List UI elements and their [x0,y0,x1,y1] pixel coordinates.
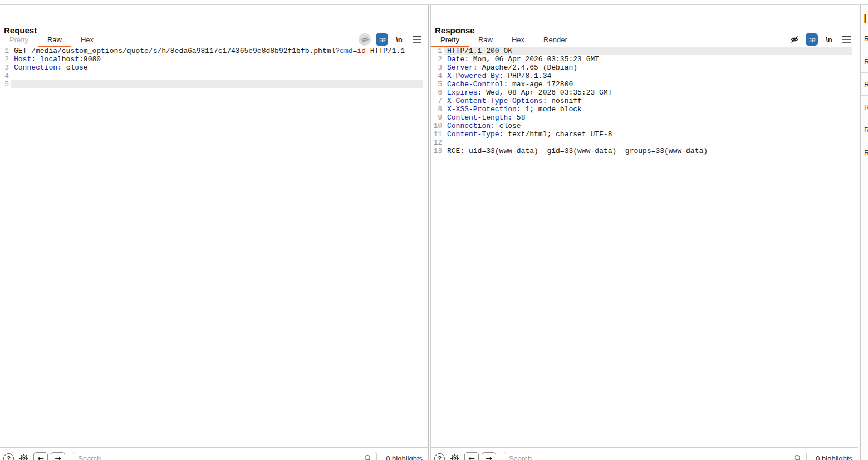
line-number: 3 [0,63,11,72]
tab-raw-request[interactable]: Raw [38,32,71,47]
line-content: X-Powered-By: PHP/8.1.34 [444,72,852,80]
inspector-icon [864,14,866,23]
response-search-box [504,452,807,460]
editor-menu-icon[interactable] [410,33,423,46]
line-content: Cache-Control: max-age=172800 [444,80,852,88]
editor-line[interactable]: 4 [0,72,423,80]
search-settings-gear-icon[interactable] [449,453,460,460]
newline-toggle-icon[interactable]: \n [393,33,405,46]
line-number: 4 [0,72,11,80]
line-number: 3 [431,63,444,72]
line-number: 7 [431,97,444,105]
editor-line[interactable]: 1HTTP/1.1 200 OK [431,47,852,55]
hide-highlights-icon[interactable] [788,33,801,46]
line-content: Connection: close [11,63,423,72]
editor-line[interactable]: 12 [431,139,852,147]
tab-raw-response[interactable]: Raw [469,32,502,47]
editor-line[interactable]: 7X-Content-Type-Options: nosniff [431,97,852,105]
request-panel: Request PrettyRawHex \n 1GET /media/cust… [0,5,429,460]
line-content: Expires: Wed, 08 Apr 2026 03:35:23 GMT [444,88,852,97]
editor-line[interactable]: 4X-Powered-By: PHP/8.1.34 [431,72,852,80]
inspector-header [861,5,868,27]
line-number: 8 [431,105,444,113]
editor-line[interactable]: 10Connection: close [431,122,852,130]
inspector-section-row-3[interactable]: R [861,96,868,118]
line-number: 1 [0,47,11,55]
response-editor[interactable]: 1HTTP/1.1 200 OK2Date: Mon, 06 Apr 2026 … [431,47,852,447]
line-number: 5 [0,80,11,88]
inspector-section-row-2[interactable]: R [861,73,868,96]
word-wrap-icon[interactable] [806,33,818,46]
request-editor-tools: \n [359,32,428,47]
search-help-icon[interactable]: ? [434,453,445,460]
line-content: HTTP/1.1 200 OK [444,47,852,55]
editor-menu-icon[interactable] [840,33,852,46]
editor-line[interactable]: 6Expires: Wed, 08 Apr 2026 03:35:23 GMT [431,88,852,97]
editor-line[interactable]: 13RCE: uid=33(www-data) gid=33(www-data)… [431,147,852,155]
editor-line[interactable]: 5 [0,80,423,88]
inspector-section-row-5[interactable]: R [861,141,868,164]
search-settings-gear-icon[interactable] [18,453,29,460]
request-tabbar: PrettyRawHex \n [0,32,428,47]
tab-hex-request[interactable]: Hex [71,32,103,47]
editor-line[interactable]: 3Server: Apache/2.4.65 (Debian) [431,63,852,72]
line-number: 2 [431,55,444,63]
line-content: Host: localhost:9080 [11,55,423,63]
search-prev-button[interactable]: ← [464,452,479,460]
editor-line[interactable]: 2Host: localhost:9080 [0,55,423,63]
line-content: X-XSS-Protection: 1; mode=block [444,105,852,113]
line-content: Content-Type: text/html; charset=UTF-8 [444,130,852,139]
tab-render-response[interactable]: Render [534,32,577,47]
editor-line[interactable]: 9Content-Length: 58 [431,113,852,122]
line-content: Date: Mon, 06 Apr 2026 03:35:23 GMT [444,55,852,63]
line-content: RCE: uid=33(www-data) gid=33(www-data) g… [444,147,852,155]
line-content: Content-Length: 58 [444,113,852,122]
editor-line[interactable]: 11Content-Type: text/html; charset=UTF-8 [431,130,852,139]
magnifier-icon [794,454,802,460]
request-search-box [73,452,377,460]
line-content: Connection: close [444,122,852,130]
line-number: 9 [431,113,444,122]
request-highlights-count: 0 highlights [386,454,423,460]
line-number: 13 [431,147,444,155]
line-number: 5 [431,80,444,88]
line-number: 1 [431,47,444,55]
response-footerbar: ? ← → 0 highlights [431,447,858,460]
request-editor[interactable]: 1GET /media/custom_options/quote/s/h/8ed… [0,47,423,447]
tab-pretty-response[interactable]: Pretty [431,32,469,47]
editor-line[interactable]: 3Connection: close [0,63,423,72]
editor-line[interactable]: 5Cache-Control: max-age=172800 [431,80,852,88]
inspector-section-row-1[interactable]: R [861,50,868,73]
request-search-input[interactable] [73,454,364,460]
line-number: 12 [431,139,444,147]
newline-toggle-icon[interactable]: \n [823,33,835,46]
line-content [11,80,423,88]
inspector-panel-clipped: RRRRRR [860,5,868,460]
response-search-input[interactable] [504,454,794,460]
response-highlights-count: 0 highlights [816,454,852,460]
editor-line[interactable]: 2Date: Mon, 06 Apr 2026 03:35:23 GMT [431,55,852,63]
search-prev-button[interactable]: ← [33,452,48,460]
response-panel: Response PrettyRawHexRender \n 1HTTP/1.1… [430,5,858,460]
editor-line[interactable]: 8X-XSS-Protection: 1; mode=block [431,105,852,113]
response-tabbar: PrettyRawHexRender \n [431,32,858,47]
search-next-button[interactable]: → [482,452,496,460]
request-footerbar: ? ← → 0 highlights [0,447,428,460]
tab-hex-response[interactable]: Hex [502,32,534,47]
search-next-button[interactable]: → [51,452,65,460]
line-number: 2 [0,55,11,63]
inspector-section-row-0[interactable]: R [861,27,868,50]
line-content [11,72,423,80]
line-number: 4 [431,72,444,80]
tab-pretty-request[interactable]: Pretty [0,32,38,47]
word-wrap-icon[interactable] [376,33,388,46]
hide-highlights-icon[interactable] [359,33,371,46]
response-editor-tools: \n [788,32,858,47]
line-content: GET /media/custom_options/quote/s/h/8eda… [11,47,423,55]
search-help-icon[interactable]: ? [3,453,14,460]
line-number: 6 [431,88,444,97]
inspector-section-row-4[interactable]: R [861,118,868,141]
magnifier-icon [364,454,372,460]
editor-line[interactable]: 1GET /media/custom_options/quote/s/h/8ed… [0,47,423,55]
line-number: 10 [431,122,444,130]
